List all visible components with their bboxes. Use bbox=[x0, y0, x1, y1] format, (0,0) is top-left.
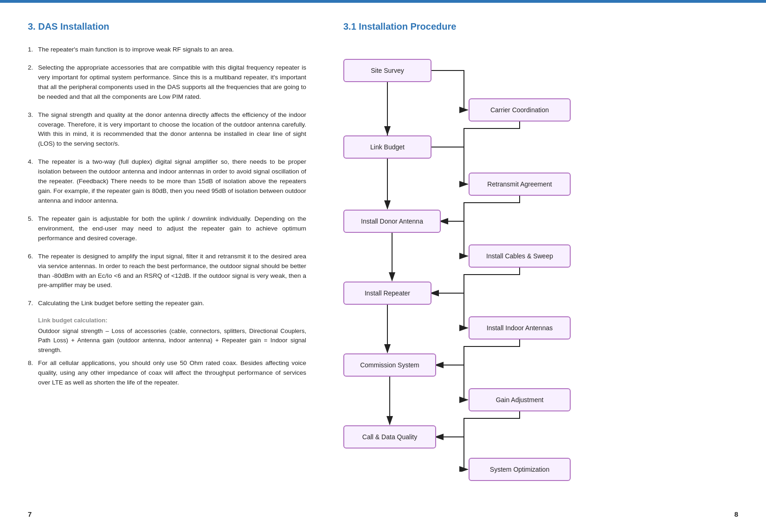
list-item-num-4: 4. bbox=[28, 157, 38, 206]
list-item-7: 7.Calculating the Link budget before set… bbox=[28, 299, 306, 308]
page-number-left: 7 bbox=[28, 510, 32, 518]
list-item-text-2: Selecting the appropriate accessories th… bbox=[38, 63, 306, 102]
list-item-text-5: The repeater gain is adjustable for both… bbox=[38, 214, 306, 244]
list-item-num-3: 3. bbox=[28, 110, 38, 149]
list-item-num-6: 6. bbox=[28, 252, 38, 291]
list-item-8: 8.For all cellular applications, you sho… bbox=[28, 359, 306, 388]
box-install-repeater: Install Repeater bbox=[343, 282, 431, 305]
list-item-text-6: The repeater is designed to amplify the … bbox=[38, 252, 306, 291]
list-item-num-1: 1. bbox=[28, 45, 38, 55]
box-install-indoor-antennas: Install Indoor Antennas bbox=[469, 316, 571, 340]
list-item-1: 1.The repeater's main function is to imp… bbox=[28, 45, 306, 55]
list-item-5: 5.The repeater gain is adjustable for bo… bbox=[28, 214, 306, 244]
box-install-donor-antenna: Install Donor Antenna bbox=[343, 210, 441, 233]
list-item-num-8: 8. bbox=[28, 359, 38, 388]
box-install-cables-sweep: Install Cables & Sweep bbox=[469, 244, 571, 268]
list-item-text-3: The signal strength and quality at the d… bbox=[38, 110, 306, 149]
left-panel: 3. DAS Installation 1.The repeater's mai… bbox=[28, 21, 325, 513]
list-item-text-4: The repeater is a two-way (full duplex) … bbox=[38, 157, 306, 206]
section-title-left: 3. DAS Installation bbox=[28, 21, 306, 32]
flowchart: Site Survey Carrier Coordination Link Bu… bbox=[343, 45, 738, 472]
section-title-right: 3.1 Installation Procedure bbox=[343, 21, 738, 32]
list-item-3: 3.The signal strength and quality at the… bbox=[28, 110, 306, 149]
box-system-optimization: System Optimization bbox=[469, 458, 571, 481]
page-number-right: 8 bbox=[734, 510, 738, 518]
list-item-num-5: 5. bbox=[28, 214, 38, 244]
list-item-num-2: 2. bbox=[28, 63, 38, 102]
list-item-6: 6.The repeater is designed to amplify th… bbox=[28, 252, 306, 291]
link-budget-text: Outdoor signal strength – Loss of access… bbox=[38, 327, 306, 354]
list-item-4: 4.The repeater is a two-way (full duplex… bbox=[28, 157, 306, 206]
box-link-budget: Link Budget bbox=[343, 135, 431, 159]
link-budget-label: Link budget calculation: bbox=[38, 317, 306, 324]
list-item-2: 2.Selecting the appropriate accessories … bbox=[28, 63, 306, 102]
box-retransmit-agreement: Retransmit Agreement bbox=[469, 173, 571, 196]
box-call-data-quality: Call & Data Quality bbox=[343, 425, 436, 449]
box-commission-system: Commission System bbox=[343, 353, 436, 377]
box-gain-adjustment: Gain Adjustment bbox=[469, 388, 571, 411]
list-item-text-8: For all cellular applications, you shoul… bbox=[38, 359, 306, 388]
link-budget-calc: Link budget calculation:Outdoor signal s… bbox=[38, 317, 306, 354]
box-site-survey: Site Survey bbox=[343, 59, 431, 82]
numbered-list: 1.The repeater's main function is to imp… bbox=[28, 45, 306, 387]
list-item-text-7: Calculating the Link budget before setti… bbox=[38, 299, 306, 308]
box-carrier-coordination: Carrier Coordination bbox=[469, 98, 571, 122]
list-item-text-1: The repeater's main function is to impro… bbox=[38, 45, 306, 55]
right-panel: 3.1 Installation Procedure bbox=[325, 21, 738, 513]
list-item-num-7: 7. bbox=[28, 299, 38, 308]
